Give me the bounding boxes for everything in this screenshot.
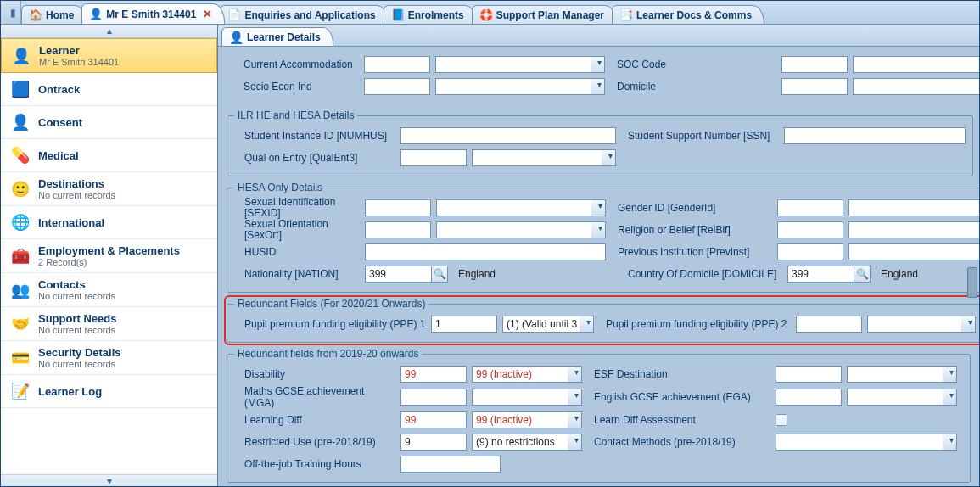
subtab-learner-details[interactable]: 👤 Learner Details: [221, 27, 333, 46]
select-ppe2[interactable]: [867, 316, 976, 333]
select-learndiff[interactable]: 99 (Inactive): [472, 411, 582, 428]
tab-home[interactable]: 🏠 Home: [21, 5, 87, 24]
lbl-nationality: Nationality [NATION]: [234, 269, 360, 280]
input-ssn[interactable]: [784, 127, 966, 144]
sidebar-item-destinations[interactable]: 🙂 Destinations No current records: [1, 172, 217, 206]
search-icon[interactable]: 🔍: [431, 266, 448, 283]
select-socio-econ[interactable]: [435, 78, 605, 95]
sidebar-contacts-title: Contacts: [38, 278, 115, 291]
learnerlog-icon: 📝: [9, 380, 31, 402]
select-ppe1[interactable]: (1) (Valid until 31: [502, 316, 594, 333]
select-contactmethods[interactable]: [776, 434, 957, 451]
sidebar-security-title: Security Details: [38, 346, 121, 359]
sidebar-item-supportneeds[interactable]: 🤝 Support Needs No current records: [1, 307, 217, 341]
select-disability[interactable]: 99 (Inactive): [472, 366, 582, 383]
legend-red2020: Redundant Fields (For 2020/21 Onwards): [234, 298, 428, 310]
tab-docs[interactable]: 📑 Learner Docs & Comms: [612, 5, 764, 24]
lbl-ppe2: Pupil premium funding eligibility (PPE) …: [599, 318, 791, 330]
input-offjob[interactable]: [400, 456, 501, 473]
input-mga[interactable]: [400, 389, 467, 406]
select-sexort[interactable]: [436, 221, 606, 238]
lbl-esfdest: ESF Destination: [587, 368, 770, 380]
input-socio-econ[interactable]: [364, 78, 430, 95]
select-restricted[interactable]: (9) no restrictions: [472, 434, 582, 451]
search-icon[interactable]: 🔍: [854, 266, 871, 283]
select-qual-entry[interactable]: [472, 149, 616, 166]
sidebar-collapse-up[interactable]: ▴: [1, 25, 217, 38]
sidebar-item-learner[interactable]: 👤 Learner Mr E Smith 314401: [1, 38, 217, 73]
sidebar-medical-title: Medical: [38, 149, 79, 162]
enquiries-icon: 📄: [227, 8, 241, 22]
tab-support[interactable]: 🛟 Support Plan Manager: [472, 5, 617, 24]
select-previnst[interactable]: [848, 244, 979, 260]
select-relblf[interactable]: [848, 221, 979, 238]
sidebar-item-international[interactable]: 🌐 International: [1, 206, 217, 239]
sidebar-item-security[interactable]: 💳 Security Details No current records: [1, 341, 217, 375]
input-student-instance[interactable]: [400, 127, 616, 144]
select-esfdest[interactable]: [847, 366, 957, 383]
pin-icon[interactable]: ▮: [6, 1, 21, 24]
input-ppe2[interactable]: [796, 316, 862, 333]
select-genderid[interactable]: [848, 199, 979, 216]
sidebar-employment-sub: 2 Record(s): [38, 257, 180, 267]
input-genderid[interactable]: [777, 199, 843, 216]
input-sexort[interactable]: [365, 221, 431, 238]
lbl-learndiff: Learning Diff: [234, 414, 395, 426]
input-countrydom[interactable]: [787, 266, 854, 283]
legend-red2019: Redundant fields from 2019-20 onwards: [234, 348, 422, 360]
sidebar-collapse-down[interactable]: ▾: [1, 474, 217, 487]
close-icon[interactable]: ✕: [203, 8, 212, 20]
select-sexid[interactable]: [436, 199, 606, 216]
tab-enrolments[interactable]: 📘 Enrolments: [384, 5, 477, 24]
tab-learner-label: Mr E Smith 314401: [106, 8, 196, 20]
employment-icon: 🧰: [9, 245, 31, 267]
select-domicile[interactable]: [853, 78, 979, 95]
sidebar-learner-sub: Mr E Smith 314401: [39, 57, 119, 67]
input-relblf[interactable]: [777, 221, 843, 238]
sidebar-item-consent[interactable]: 👤 Consent: [1, 106, 217, 139]
sidebar: ▴ 👤 Learner Mr E Smith 314401 🟦 Ontrack …: [1, 25, 218, 487]
sidebar-item-contacts[interactable]: 👥 Contacts No current records: [1, 273, 217, 307]
sidebar-item-medical[interactable]: 💊 Medical: [1, 139, 217, 172]
tab-enquiries[interactable]: 📄 Enquiries and Applications: [220, 5, 388, 24]
input-soc-code[interactable]: [781, 56, 848, 73]
input-ega[interactable]: [776, 389, 842, 406]
select-soc-code[interactable]: [853, 56, 979, 73]
input-previnst[interactable]: [777, 244, 843, 260]
input-disability[interactable]: [400, 366, 467, 383]
lbl-soc-code: SOC Code: [610, 59, 695, 70]
input-domicile[interactable]: [781, 78, 848, 95]
input-learndiff[interactable]: [400, 411, 467, 428]
sidebar-item-ontrack[interactable]: 🟦 Ontrack: [1, 73, 217, 106]
docs-icon: 📑: [619, 8, 633, 22]
medical-icon: 💊: [9, 144, 31, 166]
tab-home-label: Home: [46, 9, 74, 21]
lbl-previnst: Previous Institution [PrevInst]: [611, 246, 772, 258]
input-esfdest[interactable]: [776, 366, 842, 383]
tab-enquiries-label: Enquiries and Applications: [244, 9, 375, 21]
legend-hesa: HESA Only Details: [234, 182, 326, 193]
lbl-relblf: Religion or Belief [RelBlf]: [611, 225, 772, 236]
input-restricted[interactable]: [400, 434, 467, 451]
sidebar-item-learnerlog[interactable]: 📝 Learner Log: [1, 375, 217, 408]
input-current-accommodation[interactable]: [364, 56, 430, 73]
lbl-contactmethods: Contact Methods (pre-2018/19): [587, 436, 770, 448]
lbl-sexid: Sexual Identification [SEXID]: [234, 197, 360, 219]
sidebar-security-sub: No current records: [38, 359, 121, 369]
person-icon: 👤: [89, 8, 103, 21]
input-sexid[interactable]: [365, 199, 431, 216]
sidebar-item-employment[interactable]: 🧰 Employment & Placements 2 Record(s): [1, 239, 217, 273]
tab-learner[interactable]: 👤 Mr E Smith 314401 ✕: [81, 3, 225, 24]
lbl-domicile: Domicile: [610, 81, 695, 92]
input-qual-entry[interactable]: [400, 149, 467, 166]
select-mga[interactable]: [472, 389, 582, 406]
scrollbar-thumb[interactable]: [967, 267, 977, 298]
select-ega[interactable]: [847, 389, 957, 406]
input-ppe1[interactable]: [431, 316, 497, 333]
lbl-genderid: Gender ID [GenderId]: [611, 203, 772, 214]
text-countrydom: England: [876, 268, 918, 280]
input-nationality[interactable]: [365, 266, 431, 283]
input-husid[interactable]: [365, 244, 606, 260]
select-current-accommodation[interactable]: [435, 56, 605, 73]
checkbox-learndiff-assess[interactable]: [776, 414, 787, 426]
